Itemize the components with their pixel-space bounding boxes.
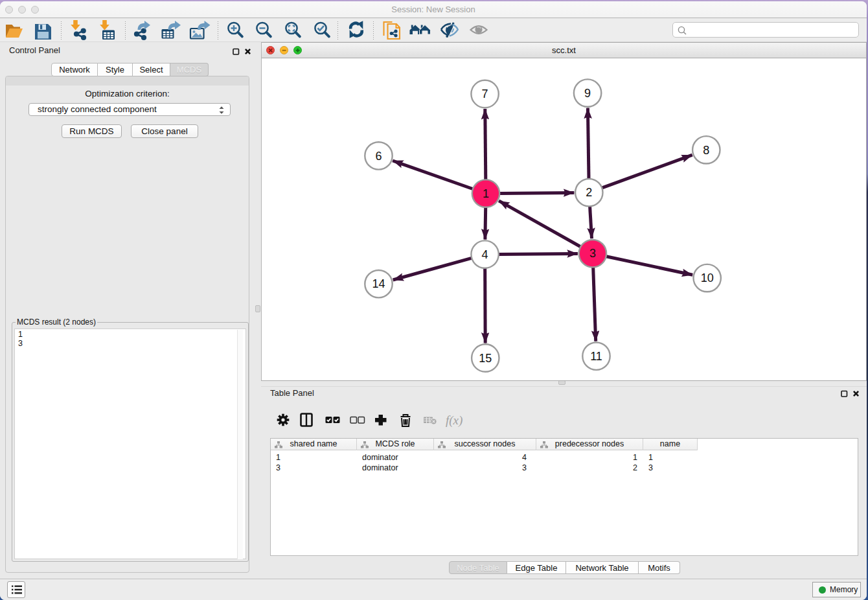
- svg-text:11: 11: [590, 350, 602, 363]
- svg-text:9: 9: [584, 87, 591, 100]
- svg-text:f(x): f(x): [446, 413, 463, 428]
- svg-text:8: 8: [703, 144, 709, 157]
- svg-text:7: 7: [482, 87, 488, 100]
- svg-text:1: 1: [483, 187, 489, 200]
- svg-text:6: 6: [375, 150, 382, 163]
- svg-text:15: 15: [479, 352, 492, 365]
- svg-text:10: 10: [701, 271, 714, 284]
- svg-text:4: 4: [482, 248, 488, 261]
- svg-text:3: 3: [589, 247, 596, 260]
- svg-text:2: 2: [586, 186, 592, 199]
- svg-text:14: 14: [372, 277, 385, 290]
